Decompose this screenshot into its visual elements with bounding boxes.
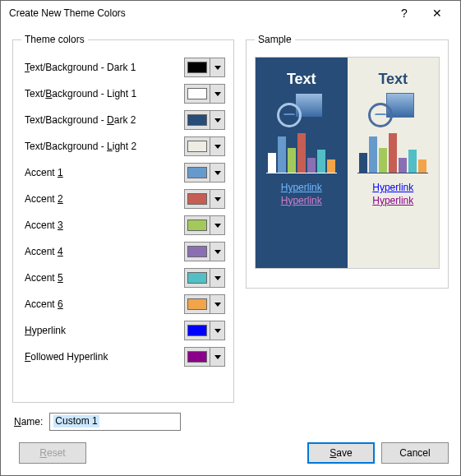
sample-dark-column: Text Hyperlink Hyperlink xyxy=(256,58,348,268)
color-label-7: Accent 4 xyxy=(21,246,184,257)
color-picker-0[interactable] xyxy=(184,58,225,77)
chevron-down-icon[interactable] xyxy=(210,58,224,76)
color-picker-9[interactable] xyxy=(184,294,225,314)
color-swatch-10 xyxy=(185,321,210,340)
chevron-down-icon[interactable] xyxy=(210,137,224,155)
color-row-3: Text/Background - Light 2 xyxy=(21,134,225,159)
theme-colors-legend: Theme colors xyxy=(21,34,88,45)
color-swatch-9 xyxy=(185,295,210,313)
name-row: Name: Custom 1 xyxy=(12,403,449,437)
color-label-0: Text/Background - Dark 1 xyxy=(21,62,184,73)
sample-shapes-light xyxy=(368,93,417,127)
color-swatch-1 xyxy=(185,85,210,103)
color-label-10: Hyperlink xyxy=(21,325,184,336)
sample-group: Sample Text Hyperlink Hyperlink Text xyxy=(246,34,449,289)
chevron-down-icon[interactable] xyxy=(210,243,224,261)
sample-text-light: Text xyxy=(378,71,408,88)
cancel-button[interactable]: Cancel xyxy=(381,442,449,464)
chevron-down-icon[interactable] xyxy=(210,190,224,208)
color-row-6: Accent 3 xyxy=(21,213,225,238)
color-row-10: Hyperlink xyxy=(21,318,225,343)
color-row-7: Accent 4 xyxy=(21,239,225,264)
sample-links-dark: Hyperlink Hyperlink xyxy=(281,182,322,207)
chevron-down-icon[interactable] xyxy=(210,269,224,287)
chevron-down-icon[interactable] xyxy=(210,111,224,129)
window-title: Create New Theme Colors xyxy=(9,7,388,19)
color-picker-11[interactable] xyxy=(184,347,225,367)
name-input[interactable] xyxy=(49,413,181,431)
color-picker-2[interactable] xyxy=(184,110,225,130)
color-swatch-7 xyxy=(185,243,210,261)
color-swatch-4 xyxy=(185,164,210,182)
color-swatch-3 xyxy=(185,137,210,155)
color-swatch-11 xyxy=(185,348,210,366)
color-swatch-2 xyxy=(185,111,210,129)
chevron-down-icon[interactable] xyxy=(210,216,224,234)
color-row-11: Followed Hyperlink xyxy=(21,344,225,369)
color-picker-7[interactable] xyxy=(184,242,225,261)
color-label-5: Accent 2 xyxy=(21,193,184,205)
save-button[interactable]: Save xyxy=(307,442,375,464)
color-row-0: Text/Background - Dark 1 xyxy=(21,55,225,80)
color-picker-1[interactable] xyxy=(184,84,225,104)
color-label-3: Text/Background - Light 2 xyxy=(21,141,184,152)
reset-button[interactable]: Reset xyxy=(19,442,86,464)
chevron-down-icon[interactable] xyxy=(210,348,224,366)
chevron-down-icon[interactable] xyxy=(210,164,224,182)
sample-preview: Text Hyperlink Hyperlink Text xyxy=(255,57,440,269)
sample-chart-light xyxy=(357,132,428,173)
color-label-9: Accent 6 xyxy=(21,298,184,310)
chevron-down-icon[interactable] xyxy=(210,321,224,340)
sample-shapes-dark xyxy=(277,93,326,127)
sample-links-light: Hyperlink Hyperlink xyxy=(372,182,413,207)
color-swatch-8 xyxy=(185,269,210,287)
sample-chart-dark xyxy=(266,132,337,173)
help-button[interactable]: ? xyxy=(388,2,421,25)
color-picker-6[interactable] xyxy=(184,215,225,235)
color-row-4: Accent 1 xyxy=(21,160,225,185)
color-picker-5[interactable] xyxy=(184,189,225,209)
color-picker-8[interactable] xyxy=(184,268,225,288)
color-label-8: Accent 5 xyxy=(21,272,184,284)
color-row-5: Accent 2 xyxy=(21,187,225,211)
color-row-1: Text/Background - Light 1 xyxy=(21,81,225,106)
titlebar: Create New Theme Colors ? ✕ xyxy=(1,1,460,25)
color-swatch-5 xyxy=(185,190,210,208)
color-row-9: Accent 6 xyxy=(21,292,225,317)
color-label-11: Followed Hyperlink xyxy=(21,351,184,363)
close-button[interactable]: ✕ xyxy=(421,2,454,25)
color-picker-4[interactable] xyxy=(184,163,225,183)
color-label-1: Text/Background - Light 1 xyxy=(21,88,184,99)
color-swatch-6 xyxy=(185,216,210,234)
sample-text-dark: Text xyxy=(287,71,316,88)
color-swatch-0 xyxy=(185,58,210,76)
color-label-2: Text/Background - Dark 2 xyxy=(21,114,184,126)
chevron-down-icon[interactable] xyxy=(210,295,224,313)
color-row-2: Text/Background - Dark 2 xyxy=(21,108,225,132)
sample-legend: Sample xyxy=(255,34,295,45)
name-label: Name: xyxy=(14,416,43,427)
color-picker-3[interactable] xyxy=(184,136,225,156)
color-label-4: Accent 1 xyxy=(21,167,184,178)
chevron-down-icon[interactable] xyxy=(210,85,224,103)
dialog-footer: Reset Save Cancel xyxy=(1,437,460,475)
color-label-6: Accent 3 xyxy=(21,220,184,231)
theme-colors-group: Theme colors Text/Background - Dark 1Tex… xyxy=(12,34,234,403)
color-picker-10[interactable] xyxy=(184,321,225,340)
sample-light-column: Text Hyperlink Hyperlink xyxy=(348,58,440,268)
color-row-8: Accent 5 xyxy=(21,266,225,290)
